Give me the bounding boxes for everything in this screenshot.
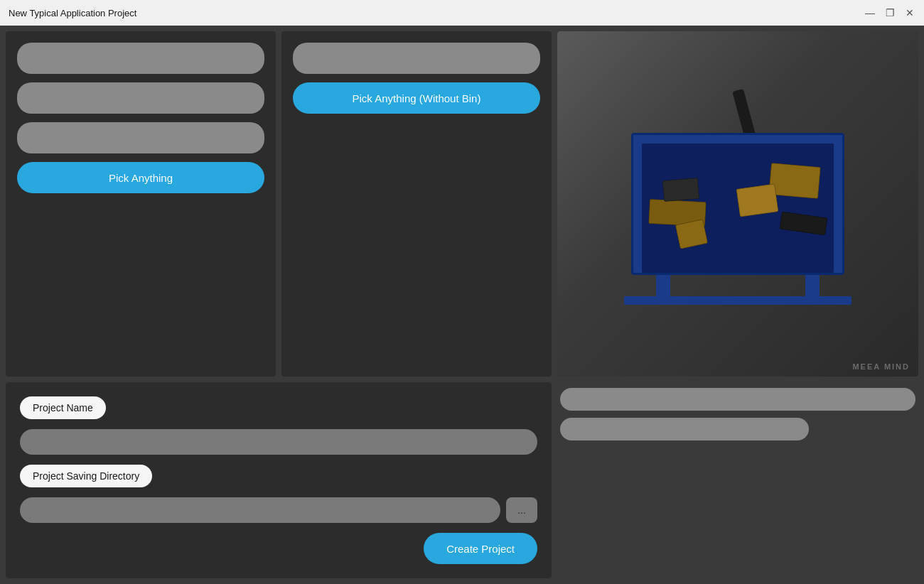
bottom-right-bar-2	[560, 418, 809, 440]
package-6	[675, 219, 708, 249]
package-1	[768, 163, 821, 199]
bottom-section: Project Name Project Saving Directory ..…	[6, 382, 552, 578]
project-settings-panel: Project Name Project Saving Directory ..…	[6, 382, 552, 578]
project-name-input[interactable]	[20, 429, 537, 455]
bottom-right-bar-1	[560, 388, 915, 411]
maximize-button[interactable]: ❐	[884, 7, 896, 18]
bin-visual	[617, 90, 859, 318]
create-project-button[interactable]: Create Project	[424, 533, 537, 564]
package-5	[780, 212, 828, 236]
bin-visualization	[557, 31, 918, 377]
project-dir-input[interactable]	[20, 497, 500, 523]
window-title: New Typical Application Project	[9, 8, 136, 18]
middle-panel: Pick Anything (Without Bin)	[281, 31, 552, 377]
project-name-label: Project Name	[20, 396, 106, 419]
browse-button[interactable]: ...	[506, 497, 537, 523]
middle-bar-1	[293, 43, 540, 74]
left-bar-2	[17, 82, 264, 114]
title-bar: New Typical Application Project — ❐ ✕	[0, 0, 924, 26]
image-panel: MEEA MIND	[557, 31, 918, 377]
bin-inner	[642, 144, 834, 273]
left-panel: Pick Anything	[6, 31, 276, 377]
close-button[interactable]: ✕	[904, 7, 915, 18]
bottom-right-section	[557, 382, 918, 578]
project-dir-row: ...	[20, 497, 537, 523]
package-2	[736, 183, 778, 217]
bin-base	[624, 296, 852, 305]
bin-body	[631, 133, 844, 275]
left-bar-1	[17, 43, 264, 74]
package-4	[662, 178, 699, 202]
create-btn-row: Create Project	[20, 533, 537, 564]
main-content: Pick Anything Pick Anything (Without Bin…	[0, 26, 924, 584]
pick-anything-button[interactable]: Pick Anything	[17, 162, 264, 193]
pick-anything-without-bin-button[interactable]: Pick Anything (Without Bin)	[293, 82, 540, 114]
window-controls: — ❐ ✕	[864, 7, 915, 18]
project-dir-label: Project Saving Directory	[20, 465, 152, 487]
watermark: MEEA MIND	[852, 362, 910, 371]
left-bar-3	[17, 122, 264, 153]
minimize-button[interactable]: —	[864, 7, 876, 18]
